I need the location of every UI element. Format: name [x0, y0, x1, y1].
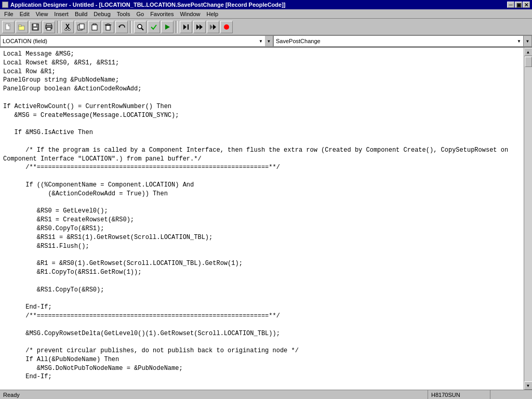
- menu-view[interactable]: View: [33, 9, 51, 18]
- event-scrollbar[interactable]: ▼: [524, 35, 532, 47]
- restore-button[interactable]: ▣: [515, 2, 522, 8]
- svg-rect-19: [107, 24, 109, 25]
- step-button[interactable]: [180, 21, 192, 33]
- scroll-down-arrow[interactable]: ▼: [524, 381, 533, 390]
- event-dropdown-value: SavePostChange: [276, 38, 321, 44]
- svg-marker-24: [183, 24, 187, 30]
- field-scrollbar[interactable]: ▼: [265, 35, 273, 47]
- menu-favorites[interactable]: Favorites: [147, 9, 177, 18]
- svg-marker-28: [210, 24, 213, 30]
- menu-tools[interactable]: Tools: [114, 9, 134, 18]
- event-dropdown[interactable]: SavePostChange ▼: [273, 35, 524, 47]
- run-button[interactable]: [161, 21, 174, 33]
- validate-button[interactable]: [148, 21, 160, 33]
- title-bar-left: Application Designer - Untitled - [LOCAT…: [2, 2, 285, 8]
- menu-build[interactable]: Build: [72, 9, 90, 18]
- app-icon: [2, 2, 8, 8]
- status-bar: Ready H8170SUN: [0, 390, 532, 399]
- svg-point-21: [138, 24, 142, 29]
- svg-line-22: [141, 28, 143, 30]
- step-out-button[interactable]: [207, 21, 219, 33]
- scroll-thumb[interactable]: [525, 57, 532, 67]
- svg-point-12: [68, 29, 70, 31]
- svg-rect-8: [47, 28, 51, 30]
- svg-rect-14: [79, 24, 84, 29]
- menu-help[interactable]: Help: [204, 9, 222, 18]
- status-ready: Ready: [0, 390, 428, 399]
- toolbar: [0, 19, 532, 35]
- title-text: Application Designer - Untitled - [LOCAT…: [10, 2, 285, 8]
- scroll-track[interactable]: [524, 56, 532, 381]
- menu-edit[interactable]: Edit: [17, 9, 33, 18]
- close-button[interactable]: ✕: [523, 2, 530, 8]
- undo-button[interactable]: [115, 21, 128, 33]
- field-dropdown-arrow: ▼: [259, 39, 263, 44]
- title-bar-controls: ─ ▣ ✕: [507, 2, 530, 8]
- svg-marker-27: [200, 24, 203, 30]
- menu-file[interactable]: File: [1, 9, 17, 18]
- svg-rect-2: [19, 25, 21, 26]
- menu-insert[interactable]: Insert: [51, 9, 72, 18]
- delete-button[interactable]: [102, 21, 114, 33]
- title-bar: Application Designer - Untitled - [LOCAT…: [0, 0, 532, 9]
- copy-button[interactable]: [75, 21, 87, 33]
- svg-rect-17: [106, 25, 110, 30]
- separator-3: [176, 21, 178, 33]
- minimize-button[interactable]: ─: [507, 2, 514, 8]
- editor-container: Local Message &MSG; Local Rowset &RS0, &…: [0, 48, 532, 390]
- status-server: H8170SUN: [428, 390, 490, 399]
- new-button[interactable]: [2, 21, 15, 33]
- menu-window[interactable]: Window: [177, 9, 203, 18]
- svg-point-30: [224, 24, 229, 30]
- menu-go[interactable]: Go: [133, 9, 147, 18]
- status-extra: [490, 390, 532, 399]
- status-server-text: H8170SUN: [431, 392, 460, 398]
- step-into-button[interactable]: [193, 21, 206, 33]
- svg-marker-26: [196, 24, 200, 30]
- event-dropdown-arrow: ▼: [517, 39, 521, 44]
- svg-rect-25: [188, 24, 189, 30]
- field-dropdown-value: LOCATION (field): [3, 38, 47, 44]
- svg-rect-16: [92, 25, 97, 30]
- open-button[interactable]: [16, 21, 28, 33]
- scroll-up-arrow[interactable]: ▲: [524, 48, 533, 56]
- paste-button[interactable]: [88, 21, 101, 33]
- vertical-scrollbar[interactable]: ▲ ▼: [524, 48, 532, 390]
- dropdown-row: LOCATION (field) ▼ ▼ SavePostChange ▼ ▼: [0, 35, 532, 48]
- save-button[interactable]: [29, 21, 42, 33]
- field-dropdown[interactable]: LOCATION (field) ▼: [0, 35, 265, 47]
- svg-rect-0: [6, 24, 10, 30]
- status-ready-text: Ready: [3, 392, 20, 398]
- find-button[interactable]: [134, 21, 147, 33]
- svg-marker-23: [165, 24, 170, 30]
- menu-bar: File Edit View Insert Build Debug Tools …: [0, 9, 532, 19]
- svg-marker-29: [213, 24, 216, 30]
- code-editor[interactable]: Local Message &MSG; Local Rowset &RS0, &…: [0, 48, 524, 390]
- separator-2: [130, 21, 132, 33]
- print-button[interactable]: [43, 21, 55, 33]
- breakpoint-button[interactable]: [220, 21, 233, 33]
- cut-button[interactable]: [61, 21, 74, 33]
- svg-rect-4: [33, 24, 36, 26]
- svg-rect-5: [33, 28, 37, 30]
- svg-marker-20: [118, 26, 121, 28]
- menu-debug[interactable]: Debug: [90, 9, 113, 18]
- separator-1: [57, 21, 59, 33]
- svg-point-11: [65, 29, 67, 31]
